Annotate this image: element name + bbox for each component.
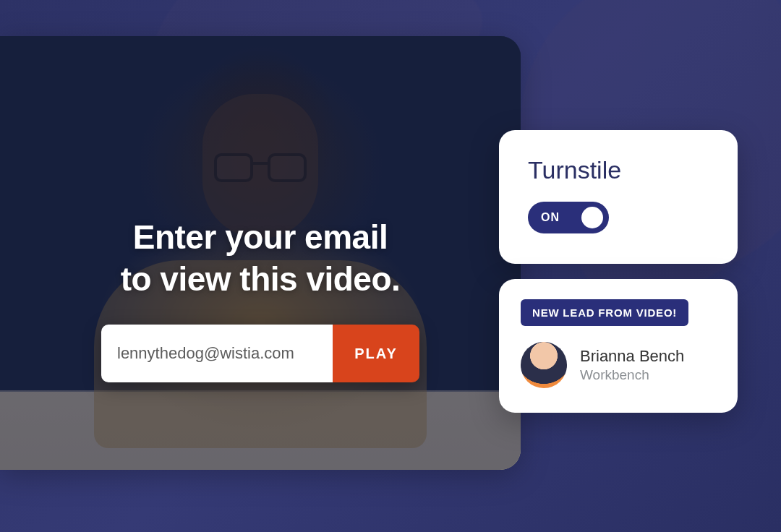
avatar (521, 342, 567, 388)
new-lead-card: NEW LEAD FROM VIDEO! Brianna Bench Workb… (499, 279, 738, 413)
email-input[interactable] (101, 325, 333, 382)
overlay-heading-line1: Enter your email (133, 218, 388, 256)
lead-text: Brianna Bench Workbench (580, 347, 684, 383)
lead-company: Workbench (580, 367, 684, 383)
toggle-knob-icon (581, 207, 603, 228)
turnstile-toggle[interactable]: ON (528, 202, 609, 233)
new-lead-badge: NEW LEAD FROM VIDEO! (521, 299, 688, 326)
turnstile-title: Turnstile (528, 156, 709, 184)
overlay-heading: Enter your email to view this video. (121, 217, 401, 300)
email-gate-overlay: Enter your email to view this video. PLA… (0, 217, 521, 382)
video-turnstile-card: Enter your email to view this video. PLA… (0, 36, 521, 470)
email-capture-row: PLAY (101, 325, 419, 382)
overlay-heading-line2: to view this video. (121, 260, 401, 298)
lead-row: Brianna Bench Workbench (521, 342, 716, 388)
toggle-state-label: ON (541, 211, 560, 224)
play-button[interactable]: PLAY (333, 325, 419, 382)
turnstile-settings-card: Turnstile ON (499, 130, 738, 264)
lead-name: Brianna Bench (580, 347, 684, 366)
